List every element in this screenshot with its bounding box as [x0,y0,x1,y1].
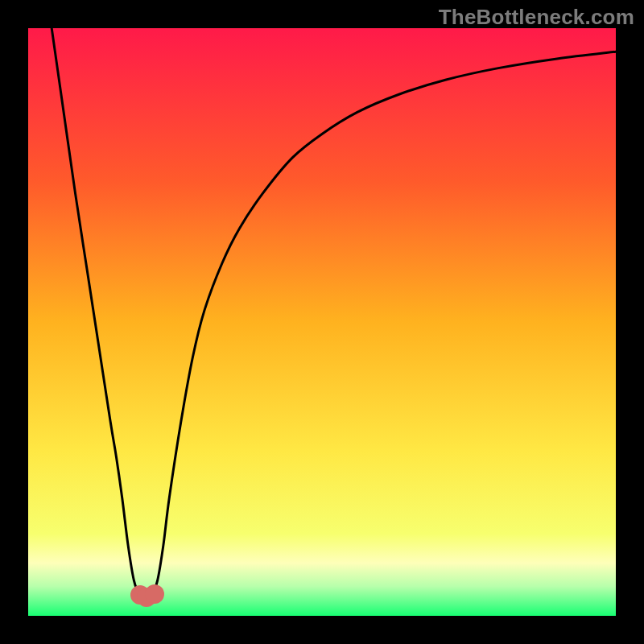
watermark-text: TheBottleneck.com [439,5,634,30]
plot-area [28,28,616,616]
outer-frame: TheBottleneck.com [0,0,644,644]
bottleneck-curve [28,28,616,616]
curve-marker-2 [145,584,164,604]
